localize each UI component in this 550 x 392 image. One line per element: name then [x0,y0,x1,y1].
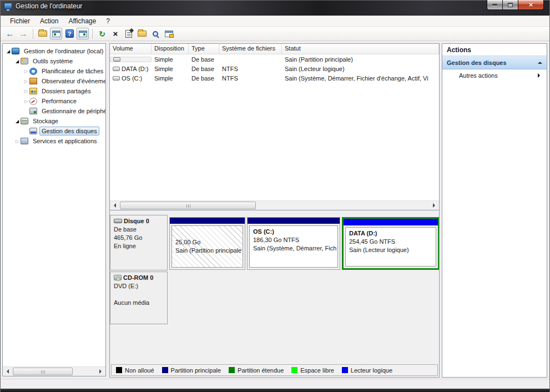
delete-icon: × [113,29,118,38]
maximize-button[interactable] [503,0,518,10]
scroll-right-button[interactable] [96,367,105,376]
volume-row[interactable]: OS (C:)SimpleDe baseNTFSSain (Système, D… [110,73,439,83]
minimize-button[interactable] [487,0,503,10]
tree-item-label: Gestionnaire de périphé [39,107,105,115]
volume-list-horizontal-scrollbar[interactable] [110,200,439,210]
volume-row[interactable]: SimpleDe baseSain (Partition principale) [110,54,439,64]
show-console-tree-button[interactable] [50,28,62,39]
help-button[interactable]: ? [63,28,75,39]
tree-item-storage[interactable]: ◢Stockage [3,116,105,126]
tree-item-label: Dossiers partagés [39,87,93,96]
delete-button[interactable]: × [109,28,122,39]
actions-group-label: Gestion des disques [447,59,507,66]
maximize-icon [508,3,513,7]
legend-item: Partition principale [162,367,221,374]
column-header-systmedefichiers[interactable]: Système de fichiers [219,44,282,54]
help-icon: ? [65,29,74,38]
disk-header[interactable]: CD-ROM 0DVD (E:)Aucun média [110,272,168,324]
partition-body: OS (C:)186,30 Go NTFSSain (Système, Déma… [249,225,338,268]
expander-closed-icon[interactable]: ▷ [14,139,21,144]
performance-icon [29,98,37,105]
collapse-arrow-icon [538,59,542,64]
drive-icon [113,57,120,62]
scroll-right-button[interactable] [430,201,439,210]
expander-open-icon[interactable]: ◢ [5,49,12,54]
volume-row[interactable]: DATA (D:)SimpleDe baseNTFSSain (Lecteur … [110,64,439,73]
tree-item-tools[interactable]: ◢Outils système [3,56,105,66]
tree-item-diskmgmt[interactable]: Gestion des disques [3,126,105,136]
expander-closed-icon[interactable]: ▷ [23,89,29,94]
forward-button[interactable]: → [17,28,29,39]
partition-osc[interactable]: OS (C:)186,30 Go NTFSSain (Système, Déma… [247,217,340,270]
partition-type-bar [248,218,340,224]
menu-bar: FichierActionAffichage? [1,16,549,27]
toolbar: ←→?↻× [1,27,549,41]
expander-open-icon[interactable]: ◢ [14,59,21,64]
diskmgmt-icon [29,128,37,134]
submenu-arrow-icon [538,73,542,78]
partitions-strip: 25,00 GoSain (Partition principaleOS (C:… [169,217,438,270]
more-actions-item[interactable]: Autres actions [442,69,547,82]
legend-color-swatch [291,367,297,373]
tree-item-devicemgr[interactable]: Gestionnaire de périphé [3,106,105,116]
scroll-left-button[interactable] [110,201,119,210]
minimize-icon [492,4,497,6]
disk-info-line: DVD (E:) [114,282,164,290]
title-bar[interactable]: Gestion de l'ordinateur × [1,0,549,16]
scroll-left-button[interactable] [3,367,12,376]
expander-closed-icon[interactable]: ▷ [23,99,29,104]
disk-header[interactable]: Disque 0De base465,76 GoEn ligne [110,215,168,270]
legend-label: Espace libre [300,367,334,374]
tree-item-computer[interactable]: ◢Gestion de l'ordinateur (local) [3,46,105,56]
tree-item-sharedfolders[interactable]: ▷Dossiers partagés [3,86,105,96]
expander-closed-icon[interactable]: ▷ [23,79,29,84]
partition-datad[interactable]: DATA (D:)254,45 Go NTFSSain (Lecteur log… [342,217,440,270]
menu-action[interactable]: Action [35,16,63,26]
tree-item-services[interactable]: ▷Services et applications [3,136,105,146]
status-cell: Sain (Partition principale) [282,56,439,63]
display-button[interactable] [149,28,162,39]
refresh-button[interactable]: ↻ [96,28,108,39]
window-title: Gestion de l'ordinateur [16,2,82,10]
tree-item-eventlog[interactable]: ▷Observateur d'événeme [3,76,105,86]
volume-scrollbar-thumb[interactable] [120,202,256,209]
disk-info-line: 465,76 Go [114,234,164,242]
tree-item-label: Planificateur de tâches [39,67,105,76]
expander-closed-icon[interactable]: ▷ [23,69,29,74]
type-cell: De base [189,66,219,72]
tree-horizontal-scrollbar[interactable] [3,366,105,376]
column-header-volume[interactable]: Volume [110,44,152,54]
actions-group-disk-management[interactable]: Gestion des disques [442,56,547,69]
disk-icon [114,219,122,223]
export-list-button[interactable] [37,28,49,39]
column-header-type[interactable]: Type [189,44,219,54]
menu-?[interactable]: ? [101,16,115,26]
legend-label: Lecteur logique [351,367,392,374]
partition-size: 254,45 Go NTFS [349,238,432,246]
column-header-statut[interactable]: Statut [282,44,439,54]
tree-scrollbar-thumb[interactable] [13,368,73,375]
show-action-pane-button[interactable] [77,28,89,39]
disposition-cell: Simple [152,66,189,72]
partition-unlabeled[interactable]: 25,00 GoSain (Partition principale [169,217,245,270]
tree-item-label: Stockage [31,117,60,125]
tree-item-scheduler[interactable]: ▷Planificateur de tâches [3,66,105,76]
close-icon: × [529,1,533,8]
properties-button[interactable] [123,28,135,39]
open-folder-button[interactable] [136,28,148,39]
disk-row-cd-rom-0: CD-ROM 0DVD (E:)Aucun média [110,272,439,324]
menu-fichier[interactable]: Fichier [5,16,35,26]
properties-icon [125,30,132,38]
devicemgr-icon [29,108,37,114]
close-button[interactable]: × [518,0,544,10]
expander-open-icon[interactable]: ◢ [14,119,21,124]
column-header-disposition[interactable]: Disposition [152,44,189,54]
cdrom-icon [114,275,122,280]
window-controls: × [487,0,544,10]
back-button[interactable]: ← [4,28,16,39]
storage-icon [21,118,28,124]
console-window-button[interactable] [163,28,175,39]
toolbar-separator [33,29,33,39]
tree-item-performance[interactable]: ▷Performance [3,96,105,106]
menu-affichage[interactable]: Affichage [63,16,101,26]
